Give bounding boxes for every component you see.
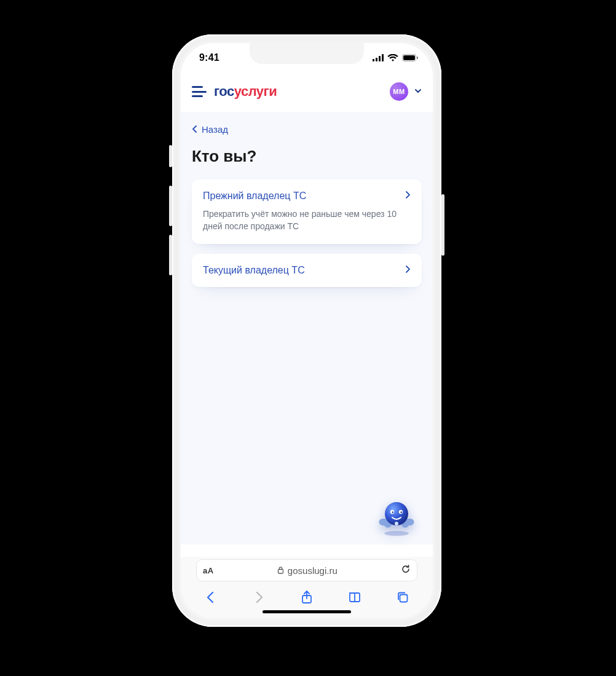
option-sub: Прекратить учёт можно не раньше чем чере…: [203, 208, 411, 233]
option-previous-owner[interactable]: Прежний владелец ТС Прекратить учёт можн…: [192, 179, 422, 244]
browser-share-button[interactable]: [297, 588, 317, 607]
phone-power-button: [441, 194, 444, 256]
back-label: Назад: [202, 124, 228, 135]
browser-tabs-button[interactable]: [393, 588, 413, 607]
assistant-bot-button[interactable]: [374, 493, 419, 538]
browser-bookmarks-button[interactable]: [345, 588, 365, 607]
reader-mode-button[interactable]: aA: [203, 566, 214, 575]
address-domain: gosuslugi.ru: [288, 565, 338, 576]
wifi-icon: [387, 54, 398, 61]
avatar-initials: MM: [393, 88, 405, 95]
address-field[interactable]: aA gosuslugi.ru: [196, 559, 417, 581]
status-icons: [373, 54, 418, 61]
home-indicator[interactable]: [263, 610, 351, 613]
svg-point-7: [384, 531, 409, 536]
svg-rect-2: [379, 56, 381, 61]
options-list: Прежний владелец ТС Прекратить учёт можн…: [192, 179, 422, 287]
browser-forward-button: [249, 588, 269, 607]
svg-point-13: [395, 522, 398, 525]
page-title: Кто вы?: [192, 147, 422, 166]
chevron-right-icon: [405, 191, 411, 202]
avatar[interactable]: MM: [390, 82, 408, 101]
screen: 9:41 госуслу: [181, 43, 433, 618]
phone-volume-down: [169, 235, 172, 275]
svg-rect-0: [373, 59, 374, 61]
gosuslugi-logo[interactable]: госуслуги: [214, 84, 277, 100]
chevron-left-icon: [192, 124, 198, 135]
cellular-signal-icon: [373, 54, 384, 61]
option-current-owner[interactable]: Текущий владелец ТС: [192, 254, 422, 287]
svg-point-12: [401, 511, 403, 513]
status-time: 9:41: [199, 52, 219, 63]
logo-part-2: услуги: [234, 84, 277, 99]
svg-rect-1: [376, 58, 377, 61]
svg-rect-6: [417, 57, 418, 59]
browser-address-bar: aA gosuslugi.ru: [181, 557, 433, 584]
notch: [250, 43, 364, 64]
account-dropdown-icon[interactable]: [414, 86, 422, 97]
phone-silence-switch: [169, 145, 172, 167]
reload-button[interactable]: [401, 564, 411, 576]
svg-rect-16: [400, 595, 408, 602]
content: Назад Кто вы? Прежний владелец ТС Прекра…: [181, 112, 433, 544]
browser-back-button[interactable]: [201, 588, 221, 607]
logo-part-1: гос: [214, 84, 234, 99]
svg-rect-3: [382, 54, 384, 61]
back-link[interactable]: Назад: [192, 120, 422, 144]
chevron-right-icon: [405, 265, 411, 276]
svg-rect-5: [403, 55, 415, 60]
lock-icon: [277, 565, 284, 576]
battery-icon: [402, 54, 418, 61]
option-label: Текущий владелец ТС: [203, 265, 305, 276]
svg-point-11: [392, 511, 394, 513]
app-header: госуслуги MM: [181, 73, 433, 111]
menu-button[interactable]: [192, 86, 207, 97]
svg-rect-14: [278, 569, 283, 573]
phone-frame: 9:41 госуслу: [172, 34, 441, 627]
option-label: Прежний владелец ТС: [203, 191, 306, 202]
phone-volume-up: [169, 186, 172, 226]
